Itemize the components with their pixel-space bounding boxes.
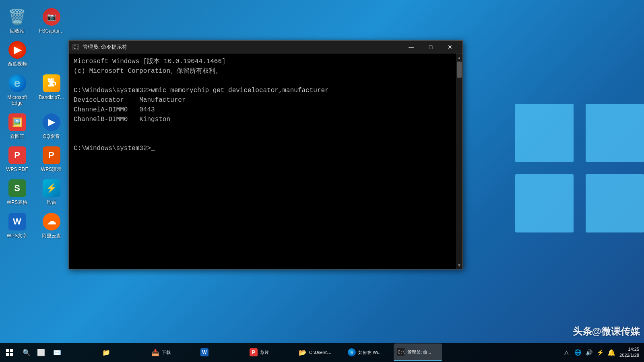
edge-label: MicrosoftEdge xyxy=(7,95,27,106)
windows-logo-decoration xyxy=(515,104,644,232)
desktop-icons: 🗑️ 回收站 📷 FSCaptur... ▶ 西瓜视频 xyxy=(0,4,68,242)
wps-label: 荐片 xyxy=(260,350,269,356)
tray-volume-icon[interactable]: 🔊 xyxy=(584,348,594,357)
taskbar-item-cmd[interactable]: C:\ 管理员: 命... xyxy=(394,343,442,361)
desktop-icon-wpstable[interactable]: S WPS表格 xyxy=(0,175,34,208)
watermark: 头条@微课传媒 xyxy=(573,325,640,338)
word-icon: W xyxy=(200,348,208,356)
wpspdf-label: WPS PDF xyxy=(6,167,28,172)
close-button[interactable]: ✕ xyxy=(441,41,459,53)
taskbar-item-download[interactable]: 📥 下载 xyxy=(148,343,196,361)
cmd-body: Microsoft Windows [版本 10.0.19044.1466] (… xyxy=(69,53,462,269)
desktop-icon-wpsword[interactable]: W WPS文字 xyxy=(0,209,34,242)
scrollbar-track xyxy=(456,61,462,262)
svg-rect-4 xyxy=(6,353,9,356)
wpstable-label: WPS表格 xyxy=(7,200,27,205)
taskbar-item-explorer[interactable]: 📁 xyxy=(99,343,147,361)
fscapture-icon: 📷 xyxy=(42,7,61,27)
fscapture-label: FSCaptur... xyxy=(39,28,64,34)
system-clock[interactable]: 14:25 2022/1/28 xyxy=(618,346,641,359)
taskbar-search-button[interactable]: 🔍 xyxy=(19,343,34,362)
xunlei-icon: ⚡ xyxy=(42,179,61,198)
users-label: C:\Users\... xyxy=(309,350,331,355)
recycle-bin-icon: 🗑️ xyxy=(8,7,27,27)
cmd-icon: C:\ xyxy=(397,348,405,356)
win-quad-2 xyxy=(586,104,644,162)
download-label: 下载 xyxy=(162,350,171,356)
wps-icon: P xyxy=(250,348,258,356)
taskbar-item-word[interactable]: W xyxy=(197,343,246,361)
edge-taskbar-label: 如何在 Wi... xyxy=(358,350,382,356)
clock-date: 2022/1/28 xyxy=(619,352,639,358)
taskbar: 🔍 ⬜ ✉️ 📁 📥 下载 W P 荐片 📂 xyxy=(0,343,644,362)
scrollbar-down-button[interactable]: ▼ xyxy=(456,262,462,268)
desktop-icon-fscapture[interactable]: 📷 FSCaptur... xyxy=(34,4,68,37)
qqy-label: QQ影音 xyxy=(43,134,60,139)
tray-network-icon[interactable]: 🌐 xyxy=(573,348,582,357)
explorer-icon: 📁 xyxy=(102,348,110,356)
bandizip-label: Bandizip7... xyxy=(39,95,64,100)
tray-notification-icon[interactable]: 🔔 xyxy=(607,348,616,357)
cmd-window[interactable]: C:\ 管理员: 命令提示符 — □ ✕ Microsoft Windows [… xyxy=(68,40,463,269)
kgw-label: 看图王 xyxy=(10,134,25,139)
taskbar-item-users[interactable]: 📂 C:\Users\... xyxy=(295,343,344,361)
desktop: 🗑️ 回收站 📷 FSCaptur... ▶ 西瓜视频 xyxy=(0,0,644,362)
taskbar-items: ✉️ 📁 📥 下载 W P 荐片 📂 C:\Users\... e xyxy=(48,343,558,362)
wpsword-icon: W xyxy=(8,212,27,231)
desktop-icon-qqy[interactable]: ▶ QQ影音 xyxy=(34,109,68,142)
wpsword-label: WPS文字 xyxy=(7,233,27,239)
win-quad-3 xyxy=(515,174,574,232)
task-view-button[interactable]: ⬜ xyxy=(34,343,48,362)
desktop-icon-bandizip[interactable]: 🗜 Bandizip7... xyxy=(34,70,68,109)
svg-text:C:\: C:\ xyxy=(73,45,79,50)
kgw-icon: 🖼️ xyxy=(8,113,27,132)
tray-arrow-icon[interactable]: △ xyxy=(561,348,571,357)
cmd-controls: — □ ✕ xyxy=(402,41,459,53)
svg-text:C:\: C:\ xyxy=(398,350,405,354)
scrollbar-thumb[interactable] xyxy=(457,62,462,78)
svg-rect-3 xyxy=(10,349,13,352)
start-icon xyxy=(6,348,14,356)
win-quad-4 xyxy=(586,174,644,232)
edge-icon: e xyxy=(8,74,27,93)
desktop-icon-recycle-bin[interactable]: 🗑️ 回收站 xyxy=(0,4,34,37)
alibaba-icon: ☁ xyxy=(42,212,61,231)
edge-taskbar-icon: e xyxy=(348,348,356,356)
wpstable-icon: S xyxy=(8,179,27,198)
cmd-content[interactable]: Microsoft Windows [版本 10.0.19044.1466] (… xyxy=(69,53,456,269)
scrollbar-up-button[interactable]: ▲ xyxy=(456,54,462,61)
task-view-icon: ⬜ xyxy=(37,349,45,356)
svg-rect-2 xyxy=(6,349,9,352)
xunlei-label: 迅雷 xyxy=(47,200,56,205)
wpspdf-icon: P xyxy=(8,146,27,165)
tray-battery-icon[interactable]: ⚡ xyxy=(595,348,605,357)
start-button[interactable] xyxy=(0,343,19,362)
taskbar-item-wps[interactable]: P 荐片 xyxy=(246,343,295,361)
desktop-icon-xigua[interactable]: ▶ 西瓜视频 xyxy=(0,37,34,70)
search-icon: 🔍 xyxy=(23,349,31,356)
minimize-button[interactable]: — xyxy=(402,41,421,53)
svg-rect-5 xyxy=(10,353,13,356)
cmd-titlebar: C:\ 管理员: 命令提示符 — □ ✕ xyxy=(69,41,462,53)
alibaba-label: 阿里云盘 xyxy=(42,233,61,239)
maximize-button[interactable]: □ xyxy=(421,41,440,53)
wpsppt-icon: P xyxy=(42,146,61,165)
users-folder-icon: 📂 xyxy=(299,348,307,356)
cmd-title-icon: C:\ xyxy=(72,43,79,51)
wpsppt-label: WPS演示 xyxy=(41,167,62,172)
desktop-icon-alibaba[interactable]: ☁ 阿里云盘 xyxy=(34,209,68,242)
xigua-label: 西瓜视频 xyxy=(8,61,27,67)
bandizip-icon: 🗜 xyxy=(42,74,61,93)
desktop-icon-edge[interactable]: e MicrosoftEdge xyxy=(0,70,34,109)
taskbar-item-edge[interactable]: e 如何在 Wi... xyxy=(345,343,393,361)
desktop-icon-kgw[interactable]: 🖼️ 看图王 xyxy=(0,109,34,142)
cmd-scrollbar[interactable]: ▲ ▼ xyxy=(456,53,462,269)
taskbar-item-mail[interactable]: ✉️ xyxy=(50,343,98,361)
qqy-icon: ▶ xyxy=(42,113,61,132)
desktop-icon-wpspdf[interactable]: P WPS PDF xyxy=(0,142,34,175)
desktop-icon-xunlei[interactable]: ⚡ 迅雷 xyxy=(34,175,68,208)
desktop-icon-wpsppt[interactable]: P WPS演示 xyxy=(34,142,68,175)
cmd-icon-svg: C:\ xyxy=(72,44,79,50)
win-quad-1 xyxy=(515,104,574,162)
cmd-taskbar-icon: C:\ xyxy=(397,348,405,356)
